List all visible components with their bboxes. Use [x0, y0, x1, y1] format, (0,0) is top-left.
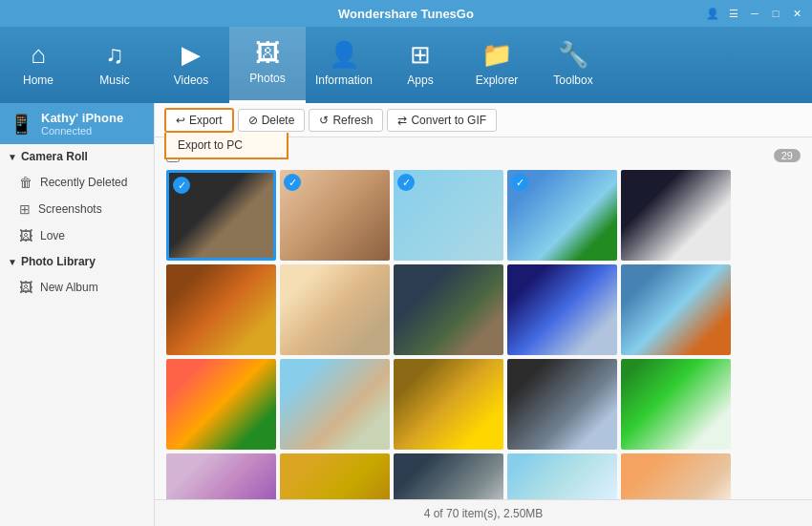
photo-thumb[interactable] — [621, 453, 731, 499]
photo-thumb[interactable] — [166, 359, 276, 450]
content-area: ↩ Export Export to PC ⊘ Delete ↺ Refresh… — [155, 103, 812, 526]
menu-icon[interactable]: ☰ — [726, 6, 741, 21]
nav-music[interactable]: ♫ Music — [76, 27, 153, 103]
device-info: Kathy' iPhone Connected — [41, 111, 123, 137]
camera-roll-arrow: ▼ — [8, 152, 17, 162]
love-icon: 🖼 — [19, 228, 32, 243]
information-icon: 👤 — [329, 40, 359, 70]
photo-thumb[interactable] — [280, 264, 390, 355]
check-overlay: ✓ — [511, 174, 528, 191]
photo-thumb[interactable]: ✓ — [166, 170, 276, 261]
new-album-icon: 🖼 — [19, 280, 32, 295]
nav-photos-label: Photos — [249, 72, 285, 85]
maximize-button[interactable]: □ — [768, 6, 783, 21]
device-status: Connected — [41, 125, 123, 137]
delete-label: Delete — [262, 114, 295, 127]
device-name: Kathy' iPhone — [41, 111, 123, 125]
device-icon: 📱 — [10, 113, 33, 136]
nav-photos[interactable]: 🖼 Photos — [229, 27, 306, 103]
love-label: Love — [40, 229, 65, 242]
home-icon: ⌂ — [31, 40, 46, 70]
nav-apps-label: Apps — [407, 74, 433, 87]
status-bar: 4 of 70 item(s), 2.50MB — [155, 499, 812, 526]
user-icon[interactable]: 👤 — [705, 6, 720, 21]
delete-icon: ⊘ — [248, 114, 258, 127]
photo-area[interactable]: 2016-08-24 29 ✓ ✓ ✓ ✓ — [155, 137, 812, 499]
photo-thumb[interactable] — [621, 264, 731, 355]
check-overlay: ✓ — [173, 177, 190, 194]
status-text: 4 of 70 item(s), 2.50MB — [424, 507, 544, 520]
toolbox-icon: 🔧 — [558, 40, 588, 70]
nav-videos[interactable]: ▶ Videos — [153, 27, 229, 103]
sidebar-section-photo-library[interactable]: ▼ Photo Library — [0, 249, 154, 274]
sidebar-item-new-album[interactable]: 🖼 New Album — [0, 274, 154, 301]
refresh-button[interactable]: ↺ Refresh — [309, 109, 383, 132]
nav-explorer-label: Explorer — [476, 74, 519, 87]
photo-library-arrow: ▼ — [8, 257, 17, 267]
delete-button[interactable]: ⊘ Delete — [238, 109, 306, 132]
main-layout: 📱 Kathy' iPhone Connected ▼ Camera Roll … — [0, 103, 812, 526]
convert-to-gif-button[interactable]: ⇄ Convert to GIF — [387, 109, 497, 132]
trash-icon: 🗑 — [19, 175, 32, 190]
photos-icon: 🖼 — [255, 38, 280, 68]
nav-bar: ⌂ Home ♫ Music ▶ Videos 🖼 Photos 👤 Infor… — [0, 27, 812, 103]
minimize-button[interactable]: ─ — [747, 6, 762, 21]
convert-icon: ⇄ — [397, 114, 407, 127]
export-dropdown: Export to PC — [164, 133, 288, 159]
nav-home[interactable]: ⌂ Home — [0, 27, 76, 103]
export-button[interactable]: ↩ Export — [164, 108, 234, 133]
convert-label: Convert to GIF — [411, 114, 486, 127]
photo-thumb[interactable] — [394, 264, 503, 355]
screenshots-label: Screenshots — [38, 202, 102, 216]
photo-thumb[interactable] — [166, 453, 276, 499]
photo-thumb[interactable] — [280, 453, 390, 499]
sidebar-item-love[interactable]: 🖼 Love — [0, 222, 154, 249]
music-icon: ♫ — [105, 40, 124, 70]
date-count: 29 — [774, 149, 801, 162]
photo-thumb[interactable] — [621, 359, 731, 450]
export-icon: ↩ — [176, 114, 185, 127]
nav-toolbox-label: Toolbox — [553, 74, 592, 87]
screenshots-icon: ⊞ — [19, 201, 31, 217]
photo-thumb[interactable] — [394, 453, 503, 499]
refresh-icon: ↺ — [319, 114, 329, 127]
title-bar: Wondershare TunesGo 👤 ☰ ─ □ ✕ — [0, 0, 812, 27]
photo-thumb[interactable]: ✓ — [507, 170, 617, 261]
app-title: Wondershare TunesGo — [338, 7, 474, 21]
photo-thumb[interactable] — [394, 359, 503, 450]
window-controls: 👤 ☰ ─ □ ✕ — [705, 6, 804, 21]
new-album-label: New Album — [40, 281, 98, 294]
photo-thumb[interactable] — [507, 359, 617, 450]
explorer-icon: 📁 — [481, 40, 512, 70]
photo-library-label: Photo Library — [21, 255, 96, 268]
nav-home-label: Home — [23, 74, 53, 87]
export-to-pc-item[interactable]: Export to PC — [166, 133, 287, 158]
check-overlay: ✓ — [284, 174, 301, 191]
photo-thumb[interactable] — [621, 170, 731, 261]
sidebar-section-camera-roll[interactable]: ▼ Camera Roll — [0, 144, 154, 169]
device-header: 📱 Kathy' iPhone Connected — [0, 103, 154, 144]
photo-thumb[interactable] — [166, 264, 276, 355]
sidebar: 📱 Kathy' iPhone Connected ▼ Camera Roll … — [0, 103, 155, 526]
close-button[interactable]: ✕ — [789, 6, 804, 21]
sidebar-item-recently-deleted[interactable]: 🗑 Recently Deleted — [0, 169, 154, 196]
photo-thumb[interactable] — [507, 264, 617, 355]
nav-toolbox[interactable]: 🔧 Toolbox — [535, 27, 611, 103]
nav-music-label: Music — [99, 74, 129, 87]
sidebar-item-screenshots[interactable]: ⊞ Screenshots — [0, 196, 154, 222]
nav-apps[interactable]: ⊞ Apps — [382, 27, 459, 103]
photo-thumb[interactable]: ✓ — [280, 170, 390, 261]
camera-roll-label: Camera Roll — [21, 150, 88, 163]
nav-explorer[interactable]: 📁 Explorer — [459, 27, 535, 103]
export-label: Export — [189, 114, 223, 127]
recently-deleted-label: Recently Deleted — [40, 176, 127, 189]
check-overlay: ✓ — [397, 174, 415, 191]
nav-information[interactable]: 👤 Information — [306, 27, 382, 103]
photo-grid: ✓ ✓ ✓ ✓ — [162, 166, 804, 499]
nav-information-label: Information — [315, 74, 373, 87]
photo-thumb[interactable]: ✓ — [394, 170, 503, 261]
photo-thumb[interactable] — [280, 359, 390, 450]
photo-thumb[interactable] — [507, 453, 617, 499]
apps-icon: ⊞ — [410, 40, 431, 70]
refresh-label: Refresh — [332, 114, 373, 127]
